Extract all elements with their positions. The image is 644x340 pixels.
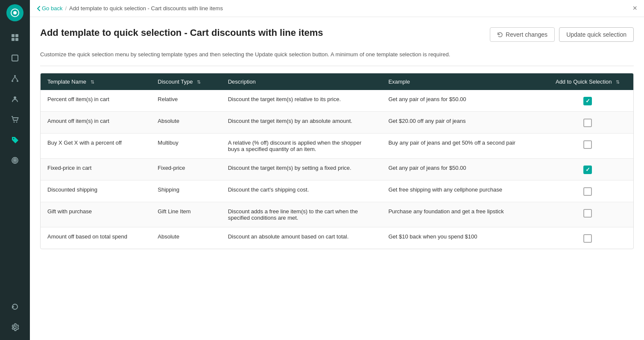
back-label: Go back xyxy=(42,5,62,12)
cart-icon[interactable] xyxy=(6,111,23,128)
content-area: Add template to quick selection - Cart d… xyxy=(30,17,644,340)
update-label: Update quick selection xyxy=(566,31,626,38)
cell-add-3 xyxy=(542,158,633,180)
cell-example-3: Get any pair of jeans for $50.00 xyxy=(381,158,542,180)
svg-rect-5 xyxy=(15,38,18,41)
tag-icon[interactable] xyxy=(6,131,23,148)
sort-icon-name: ⇅ xyxy=(91,79,94,85)
cell-example-4: Get free shipping with any cellphone pur… xyxy=(381,180,542,202)
cell-add-4 xyxy=(542,180,633,202)
breadcrumb-separator: / xyxy=(65,5,67,12)
dashboard-icon[interactable] xyxy=(6,29,23,46)
table-row: Percent off item(s) in cart Relative Dis… xyxy=(41,90,633,112)
page-title: Add template to quick selection - Cart d… xyxy=(40,27,323,38)
sort-icon-type: ⇅ xyxy=(197,79,201,85)
cell-add-0 xyxy=(542,90,633,112)
svg-point-1 xyxy=(13,11,17,15)
svg-rect-4 xyxy=(12,38,15,41)
svg-point-13 xyxy=(14,122,15,123)
quick-selection-checkbox-4[interactable] xyxy=(583,187,592,196)
cell-name-4: Discounted shipping xyxy=(41,180,151,202)
cell-add-1 xyxy=(542,111,633,133)
cell-type-0: Relative xyxy=(151,90,221,112)
col-header-name[interactable]: Template Name ⇅ xyxy=(41,73,151,90)
target-icon[interactable] xyxy=(6,152,23,169)
update-quick-selection-button[interactable]: Update quick selection xyxy=(559,27,634,42)
revert-changes-button[interactable]: Revert changes xyxy=(490,27,555,42)
cell-type-3: Fixed-price xyxy=(151,158,221,180)
cell-type-5: Gift Line Item xyxy=(151,202,221,227)
cell-description-4: Discount the cart's shipping cost. xyxy=(221,180,382,202)
cell-example-5: Purchase any foundation and get a free l… xyxy=(381,202,542,227)
svg-point-7 xyxy=(14,75,16,77)
col-header-description: Description xyxy=(221,73,382,90)
app-logo xyxy=(6,4,23,21)
table-row: Amount off item(s) in cart Absolute Disc… xyxy=(41,111,633,133)
page-header: Add template to quick selection - Cart d… xyxy=(40,27,634,42)
quick-selection-checkbox-0[interactable] xyxy=(583,97,592,105)
revert-label: Revert changes xyxy=(506,31,547,38)
svg-point-12 xyxy=(14,96,16,99)
quick-selection-checkbox-1[interactable] xyxy=(583,119,592,127)
cell-type-6: Absolute xyxy=(151,227,221,249)
cell-name-0: Percent off item(s) in cart xyxy=(41,90,151,112)
sidebar xyxy=(0,0,30,340)
cell-name-3: Fixed-price in cart xyxy=(41,158,151,180)
svg-rect-6 xyxy=(12,55,18,61)
sort-icon-add: ⇅ xyxy=(616,79,620,85)
person-icon[interactable] xyxy=(6,90,23,108)
svg-line-10 xyxy=(12,77,15,80)
cell-description-3: Discount the target item(s) by setting a… xyxy=(221,158,382,180)
cell-description-0: Discount the target item(s) relative to … xyxy=(221,90,382,112)
cell-name-1: Amount off item(s) in cart xyxy=(41,111,151,133)
network-icon[interactable] xyxy=(6,70,23,87)
table-row: Amount off based on total spend Absolute… xyxy=(41,227,633,249)
table-row: Buy X Get X with a percent off Multibuy … xyxy=(41,133,633,158)
cell-add-6 xyxy=(542,227,633,249)
cell-description-1: Discount the target item(s) by an absolu… xyxy=(221,111,382,133)
cell-type-1: Absolute xyxy=(151,111,221,133)
topbar: Go back / Add template to quick selectio… xyxy=(30,0,644,17)
svg-point-8 xyxy=(12,80,13,82)
cell-name-5: Gift with purchase xyxy=(41,202,151,227)
cell-description-5: Discount adds a free line item(s) to the… xyxy=(221,202,382,227)
table-header-row: Template Name ⇅ Discount Type ⇅ Descript… xyxy=(41,73,633,90)
settings-icon[interactable] xyxy=(6,319,23,336)
back-button[interactable]: Go back xyxy=(37,5,62,12)
cell-example-6: Get $10 back when you spend $100 xyxy=(381,227,542,249)
cell-add-2 xyxy=(542,133,633,158)
table-row: Discounted shipping Shipping Discount th… xyxy=(41,180,633,202)
svg-point-9 xyxy=(17,80,18,82)
svg-point-14 xyxy=(16,122,18,123)
svg-rect-3 xyxy=(15,34,18,37)
close-button[interactable]: × xyxy=(632,4,637,13)
svg-point-15 xyxy=(13,138,14,139)
description-text: Customize the quick selection menu by se… xyxy=(40,50,634,66)
box-icon[interactable] xyxy=(6,49,23,67)
svg-point-18 xyxy=(15,160,16,161)
header-actions: Revert changes Update quick selection xyxy=(490,27,634,42)
cell-type-2: Multibuy xyxy=(151,133,221,158)
svg-line-11 xyxy=(15,77,18,80)
cell-example-2: Buy any pair of jeans and get 50% off a … xyxy=(381,133,542,158)
table-row: Fixed-price in cart Fixed-price Discount… xyxy=(41,158,633,180)
quick-selection-checkbox-5[interactable] xyxy=(583,209,592,218)
col-header-add[interactable]: Add to Quick Selection ⇅ xyxy=(542,73,633,90)
cell-add-5 xyxy=(542,202,633,227)
refresh-icon[interactable] xyxy=(6,298,23,315)
cell-name-6: Amount off based on total spend xyxy=(41,227,151,249)
quick-selection-checkbox-6[interactable] xyxy=(583,234,592,243)
cell-description-6: Discount an absolute amount based on car… xyxy=(221,227,382,249)
cell-name-2: Buy X Get X with a percent off xyxy=(41,133,151,158)
cell-type-4: Shipping xyxy=(151,180,221,202)
quick-selection-checkbox-2[interactable] xyxy=(583,140,592,149)
svg-rect-2 xyxy=(12,34,15,37)
breadcrumb-title: Add template to quick selection - Cart d… xyxy=(69,5,223,12)
cell-example-1: Get $20.00 off any pair of jeans xyxy=(381,111,542,133)
quick-selection-checkbox-3[interactable] xyxy=(583,166,592,174)
col-header-type[interactable]: Discount Type ⇅ xyxy=(151,73,221,90)
discount-templates-table: Template Name ⇅ Discount Type ⇅ Descript… xyxy=(40,73,634,249)
cell-description-2: A relative (% off) discount is applied w… xyxy=(221,133,382,158)
cell-example-0: Get any pair of jeans for $50.00 xyxy=(381,90,542,112)
table-row: Gift with purchase Gift Line Item Discou… xyxy=(41,202,633,227)
